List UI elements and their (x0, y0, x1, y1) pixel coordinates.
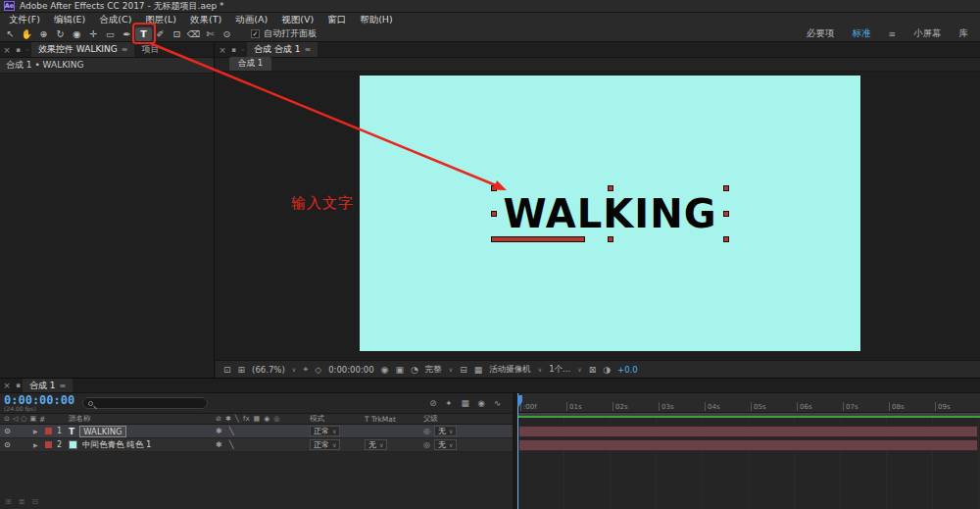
pickwhip-icon[interactable]: ◎ (423, 427, 430, 435)
chevron-down-icon[interactable]: ∨ (292, 366, 296, 373)
tab-effect-controls[interactable]: 效果控件 WALKING ≡ (31, 42, 134, 57)
panel-menu-icon[interactable]: ≡ (60, 382, 67, 390)
eraser-tool[interactable]: ⌫ (185, 27, 202, 41)
layer-bar-2[interactable] (518, 439, 978, 451)
zoom-tool[interactable]: ⊕ (35, 27, 52, 41)
expander-icon[interactable]: ▶ (33, 428, 45, 434)
search-input[interactable] (82, 397, 208, 409)
selection-tool[interactable]: ↖ (2, 27, 19, 41)
region-of-interest-icon[interactable]: ⊟ (460, 365, 467, 375)
frame-blending-icon[interactable]: ▦ (461, 398, 468, 408)
column-source-name[interactable]: 源名称 (69, 414, 216, 424)
column-trkmat[interactable]: T TrkMat (365, 415, 423, 424)
grid-guides-icon[interactable]: ⊞ (238, 365, 246, 375)
menu-animation[interactable]: 动画(A) (228, 13, 274, 26)
monitor-icon[interactable]: ⊡ (223, 365, 231, 375)
viewer-tab-comp1[interactable]: 合成 1 (229, 57, 271, 71)
track-lanes[interactable] (517, 418, 980, 509)
quality-icon[interactable]: ╲ (229, 440, 234, 449)
workspace-menu-icon[interactable]: ≡ (888, 29, 896, 39)
close-icon[interactable]: × (216, 42, 229, 57)
label-color-chip[interactable] (45, 428, 52, 434)
auto-open-panels-checkbox[interactable]: ✓ (251, 29, 260, 38)
menu-view[interactable]: 视图(V) (274, 13, 320, 26)
menu-window[interactable]: 窗口 (320, 13, 353, 26)
orbit-camera-tool[interactable]: ↻ (52, 27, 69, 41)
camera-tool[interactable]: ◉ (69, 27, 85, 41)
selection-handle-ne[interactable] (723, 185, 729, 191)
column-parent[interactable]: 父级 (423, 414, 513, 424)
chevron-down-icon[interactable]: ∨ (449, 366, 453, 373)
expander-icon[interactable]: ▶ (33, 441, 45, 448)
close-icon[interactable]: × (0, 42, 14, 57)
time-ruler[interactable]: :00f 01s 02s 03s 04s 05s 06s 07s 08s 09s (517, 393, 980, 413)
composition-canvas[interactable]: WALKING (360, 76, 860, 351)
label-color-chip[interactable] (45, 441, 52, 448)
magnification-value[interactable]: (66.7%) (252, 365, 285, 375)
expand-transfer-controls-icon[interactable]: ≣ (19, 497, 25, 506)
eye-icon[interactable]: ⊙ (4, 440, 11, 449)
selection-handle-nw[interactable] (491, 185, 497, 191)
exposure-value[interactable]: +0.0 (617, 365, 638, 375)
layer-row-1[interactable]: ⊙ ▶ 1 T WALKING ✱ ╲ 正常 ∨ (0, 425, 513, 438)
workspace-standard[interactable]: 标准 (852, 27, 870, 40)
expand-time-controls-icon[interactable]: ⊟ (31, 497, 38, 506)
adjust-exposure-icon[interactable]: ◑ (603, 365, 611, 375)
expand-layer-switches-icon[interactable]: ⊞ (5, 497, 12, 506)
tab-composition[interactable]: 合成 合成 1 ≡ (247, 42, 318, 57)
channels-icon[interactable]: ◔ (411, 365, 418, 375)
composition-viewer[interactable]: WALKING (216, 72, 980, 360)
view-layout-select[interactable]: 1个... (549, 364, 570, 376)
parent-select[interactable]: 无 ∨ (434, 426, 457, 436)
ruler-icon[interactable]: ⌖ (303, 364, 308, 375)
panel-menu-icon[interactable]: ≡ (122, 45, 128, 54)
tab-timeline-comp1[interactable]: 合成 1 ≡ (23, 379, 73, 392)
shape-tool[interactable]: ▭ (102, 27, 119, 41)
graph-editor-icon[interactable]: ∿ (494, 398, 501, 408)
layer-name[interactable]: 中间色青色 纯色 1 (82, 439, 151, 451)
mask-visibility-icon[interactable]: ◇ (315, 365, 321, 375)
workspace-libraries[interactable]: 库 (959, 27, 969, 40)
hide-shy-layers-icon[interactable]: ⊘ (429, 398, 436, 408)
tab-project[interactable]: 项目 (134, 42, 166, 57)
menu-effect[interactable]: 效果(T) (183, 13, 228, 26)
show-snapshot-icon[interactable]: ▣ (395, 365, 404, 375)
workspace-small-screen[interactable]: 小屏幕 (913, 27, 942, 40)
menu-file[interactable]: 文件(F) (2, 13, 47, 26)
selection-handle-se[interactable] (723, 236, 729, 242)
resolution-select[interactable]: 完整 (425, 364, 442, 376)
camera-select[interactable]: 活动摄像机 (489, 364, 531, 376)
roto-brush-tool[interactable]: ✄ (202, 27, 219, 41)
pickwhip-icon[interactable]: ◎ (423, 440, 430, 449)
snapshot-icon[interactable]: ◉ (381, 365, 389, 375)
collapse-icon[interactable]: ✱ (216, 427, 222, 435)
lock-icon[interactable]: ◦ (238, 42, 247, 57)
pan-behind-tool[interactable]: ✛ (85, 27, 102, 41)
text-tool[interactable]: T (135, 27, 152, 41)
layer-row-2[interactable]: ⊙ ▶ 2 中间色青色 纯色 1 ✱ ╲ 正常 (0, 438, 513, 452)
clone-stamp-tool[interactable]: ⊡ (169, 27, 185, 41)
playhead-line[interactable] (517, 393, 518, 509)
collapse-icon[interactable]: ✱ (216, 440, 222, 449)
motion-blur-icon[interactable]: ◉ (477, 398, 484, 408)
menu-help[interactable]: 帮助(H) (353, 13, 400, 26)
parent-select[interactable]: 无 ∨ (434, 439, 457, 450)
trkmat-select[interactable]: 无 ∨ (365, 439, 387, 450)
preview-timecode[interactable]: 0:00:00:00 (328, 365, 373, 375)
puppet-pin-tool[interactable]: ⊙ (219, 27, 235, 41)
timeline-track-area[interactable]: :00f 01s 02s 03s 04s 05s 06s 07s 08s 09s (517, 393, 980, 509)
column-mode[interactable]: 模式 (310, 414, 365, 424)
pen-tool[interactable]: ✒ (119, 27, 135, 41)
selection-handle-n[interactable] (608, 185, 613, 191)
workspace-essentials[interactable]: 必要项 (807, 27, 835, 40)
transparency-grid-icon[interactable]: ▦ (474, 365, 483, 375)
close-icon[interactable]: × (0, 379, 14, 392)
selection-handle-s[interactable] (608, 236, 613, 242)
mini-flowchart-icon[interactable]: ⊠ (589, 365, 597, 375)
mode-select[interactable]: 正常 ∨ (310, 426, 340, 436)
draft-3d-icon[interactable]: ✦ (445, 398, 452, 408)
hand-tool[interactable]: ✋ (19, 27, 35, 41)
menu-edit[interactable]: 编辑(E) (47, 13, 92, 26)
chevron-down-icon[interactable]: ∨ (577, 366, 581, 373)
chevron-down-icon[interactable]: ∨ (538, 366, 542, 373)
